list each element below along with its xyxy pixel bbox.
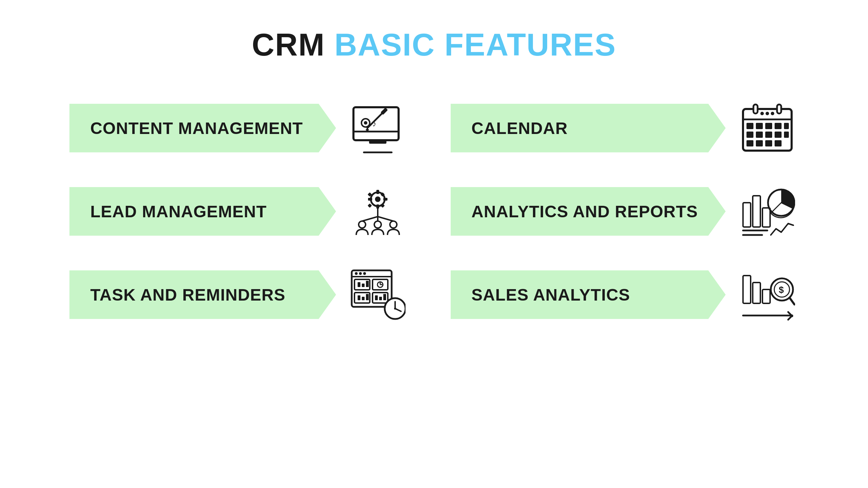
lead-management-label: LEAD MANAGEMENT: [90, 202, 267, 221]
svg-point-16: [771, 112, 774, 115]
svg-rect-72: [375, 295, 378, 300]
svg-rect-70: [362, 297, 365, 300]
feature-lead-management: LEAD MANAGEMENT: [69, 180, 409, 243]
svg-line-44: [378, 217, 393, 221]
svg-rect-20: [775, 123, 782, 129]
content-management-icon: ♪: [347, 97, 409, 159]
sales-analytics-banner: SALES ANALYTICS: [451, 270, 726, 319]
analytics-reports-icon: [736, 180, 799, 243]
task-reminders-label: TASK AND REMINDERS: [90, 285, 285, 304]
svg-rect-30: [775, 140, 782, 146]
svg-rect-63: [358, 282, 360, 287]
feature-analytics-reports: ANALYTICS AND REPORTS: [451, 180, 799, 243]
svg-rect-54: [352, 270, 392, 307]
svg-rect-2: [369, 140, 386, 144]
feature-calendar: CALENDAR: [451, 97, 799, 159]
svg-point-56: [355, 272, 358, 275]
svg-point-58: [363, 272, 366, 275]
svg-rect-29: [765, 140, 772, 146]
svg-rect-11: [753, 104, 758, 113]
svg-rect-36: [383, 198, 387, 201]
svg-rect-27: [746, 140, 753, 146]
svg-rect-22: [746, 132, 753, 138]
svg-line-42: [362, 217, 378, 221]
svg-rect-23: [756, 132, 763, 138]
feature-sales-analytics: SALES ANALYTICS $: [451, 263, 799, 326]
svg-rect-48: [743, 203, 751, 227]
calendar-banner: CALENDAR: [451, 104, 726, 152]
analytics-reports-label: ANALYTICS AND REPORTS: [471, 202, 698, 221]
svg-rect-74: [383, 294, 386, 300]
lead-management-icon: [347, 180, 409, 243]
svg-rect-17: [746, 123, 753, 129]
svg-point-57: [359, 272, 362, 275]
svg-point-47: [390, 221, 397, 228]
svg-point-45: [359, 221, 366, 228]
content-management-banner: CONTENT MANAGEMENT: [69, 104, 336, 152]
analytics-reports-banner: ANALYTICS AND REPORTS: [451, 187, 726, 236]
svg-rect-33: [376, 190, 379, 194]
svg-rect-19: [765, 123, 772, 129]
svg-rect-81: [753, 283, 760, 303]
svg-rect-65: [366, 281, 369, 287]
svg-line-89: [790, 298, 794, 304]
svg-point-14: [760, 112, 764, 115]
task-reminders-banner: TASK AND REMINDERS: [69, 270, 336, 319]
svg-rect-28: [756, 140, 763, 146]
page-title: CRM BASIC FEATURES: [252, 28, 616, 62]
calendar-icon: [736, 97, 799, 159]
svg-rect-73: [379, 297, 382, 300]
svg-rect-64: [362, 284, 365, 287]
svg-rect-40: [380, 203, 385, 208]
svg-rect-25: [775, 132, 782, 138]
svg-rect-69: [358, 295, 360, 300]
lead-management-banner: LEAD MANAGEMENT: [69, 187, 336, 236]
svg-rect-35: [368, 198, 372, 201]
svg-rect-21: [784, 123, 789, 129]
sales-analytics-label: SALES ANALYTICS: [471, 285, 630, 304]
svg-rect-12: [777, 104, 781, 113]
svg-rect-39: [367, 203, 372, 208]
svg-rect-24: [765, 132, 772, 138]
svg-rect-18: [756, 123, 763, 129]
sales-analytics-icon: $: [736, 263, 799, 326]
title-crm: CRM: [252, 27, 325, 62]
svg-rect-80: [743, 276, 751, 303]
svg-text:♪: ♪: [373, 119, 376, 128]
content-management-label: CONTENT MANAGEMENT: [90, 119, 303, 138]
svg-rect-82: [762, 289, 770, 303]
feature-task-reminders: TASK AND REMINDERS: [69, 263, 409, 326]
title-subtitle: BASIC FEATURES: [334, 27, 616, 62]
svg-point-32: [375, 196, 381, 202]
svg-point-15: [766, 112, 769, 115]
feature-content-management: CONTENT MANAGEMENT ♪: [69, 97, 409, 159]
svg-rect-26: [784, 132, 789, 138]
svg-rect-71: [366, 294, 369, 300]
svg-text:$: $: [779, 285, 784, 295]
svg-point-8: [364, 121, 367, 125]
features-grid: CONTENT MANAGEMENT ♪ CALE: [69, 97, 799, 326]
task-reminders-icon: [347, 263, 409, 326]
calendar-label: CALENDAR: [471, 119, 568, 138]
svg-rect-50: [762, 208, 770, 227]
svg-rect-49: [753, 196, 760, 227]
svg-point-46: [374, 221, 381, 228]
